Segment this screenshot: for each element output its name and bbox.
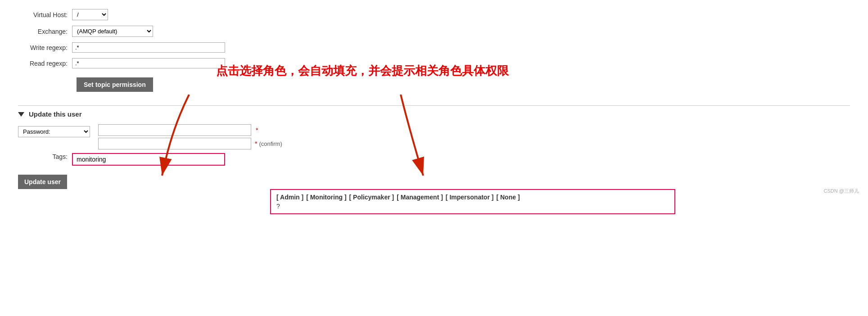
tags-list: [ Admin ] [ Monitoring ] [ Policymaker ]… [276, 194, 669, 201]
update-user-button[interactable]: Update user [18, 175, 67, 189]
exchange-label: Exchange: [18, 28, 72, 35]
read-regexp-label: Read regexp: [18, 60, 72, 67]
right-arrow [383, 95, 437, 185]
update-section-title: Update this user [18, 110, 82, 118]
write-regexp-label: Write regexp: [18, 44, 72, 51]
exchange-select[interactable]: (AMQP default) [72, 26, 153, 37]
tag-none[interactable]: [ None ] [496, 194, 520, 201]
set-topic-button[interactable]: Set topic permission [77, 77, 153, 92]
tag-admin[interactable]: [ Admin ] [276, 194, 303, 201]
virtual-host-select[interactable]: / [72, 9, 108, 20]
tag-impersonator[interactable]: [ Impersonator ] [446, 194, 494, 201]
virtual-host-label: Virtual Host: [18, 11, 72, 18]
tag-monitoring[interactable]: [ Monitoring ] [306, 194, 346, 201]
watermark: CSDN @三师儿 [824, 188, 859, 194]
annotation-box: [ Admin ] [ Monitoring ] [ Policymaker ]… [270, 189, 675, 214]
tags-label: Tags: [18, 153, 72, 160]
left-arrow [153, 95, 207, 185]
password-type-select[interactable]: Password: [18, 126, 90, 137]
tag-policymaker[interactable]: [ Policymaker ] [349, 194, 394, 201]
read-regexp-input[interactable] [72, 58, 225, 68]
tag-management[interactable]: [ Management ] [397, 194, 443, 201]
annotation-question: ? [276, 203, 669, 210]
chinese-annotation: 点击选择角色，会自动填充，并会提示相关角色具体权限 [216, 63, 509, 79]
confirm-label: (confirm) [259, 140, 282, 147]
password-asterisk: * [256, 126, 258, 134]
write-regexp-input[interactable] [72, 42, 225, 53]
triangle-icon [18, 112, 24, 117]
confirm-asterisk: * [255, 140, 257, 147]
